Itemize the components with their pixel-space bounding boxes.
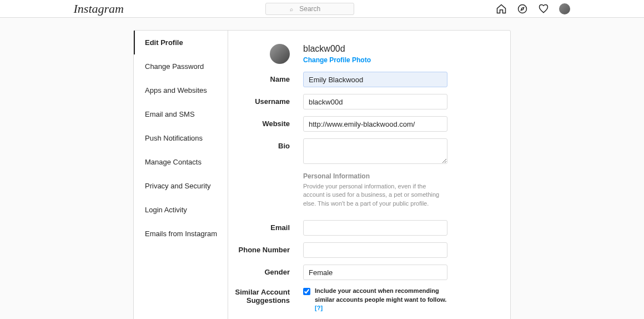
search-wrap: ⌕ — [265, 3, 354, 15]
phone-input[interactable] — [303, 242, 447, 258]
change-profile-photo-link[interactable]: Change Profile Photo — [303, 56, 371, 64]
similar-help-link[interactable]: [?] — [315, 305, 323, 311]
sidebar-item-apps-websites[interactable]: Apps and Websites — [134, 78, 228, 102]
svg-point-0 — [519, 4, 527, 13]
username-input[interactable] — [303, 94, 447, 109]
similar-label: Similar Account Suggestions — [228, 287, 303, 305]
similar-accounts-checkbox[interactable] — [303, 288, 310, 295]
sidebar-item-email-sms[interactable]: Email and SMS — [134, 102, 228, 126]
sidebar-item-change-password[interactable]: Change Password — [134, 54, 228, 78]
name-input[interactable] — [303, 72, 447, 87]
sidebar-item-login-activity[interactable]: Login Activity — [134, 198, 228, 222]
bio-textarea[interactable] — [303, 138, 447, 164]
search-input[interactable] — [265, 3, 354, 15]
sidebar-item-manage-contacts[interactable]: Manage Contacts — [134, 150, 228, 174]
email-label: Email — [228, 220, 303, 232]
gender-input[interactable] — [303, 265, 447, 280]
email-input[interactable] — [303, 220, 447, 236]
explore-icon[interactable] — [517, 3, 528, 14]
home-icon[interactable] — [496, 3, 507, 14]
nav-icons — [496, 3, 570, 14]
personal-info-heading: Personal Information — [303, 172, 486, 180]
personal-info-description: Provide your personal information, even … — [303, 182, 447, 208]
website-input[interactable] — [303, 116, 447, 132]
sidebar-item-emails-instagram[interactable]: Emails from Instagram — [134, 222, 228, 246]
settings-sidebar: Edit Profile Change Password Apps and We… — [134, 31, 228, 319]
sidebar-item-privacy-security[interactable]: Privacy and Security — [134, 174, 228, 198]
similar-accounts-checkbox-label: Include your account when recommending s… — [315, 287, 447, 312]
heart-icon[interactable] — [538, 3, 549, 14]
website-label: Website — [228, 116, 303, 128]
profile-avatar[interactable] — [270, 44, 290, 64]
sidebar-item-push-notifications[interactable]: Push Notifications — [134, 126, 228, 150]
avatar[interactable] — [559, 3, 570, 14]
name-label: Name — [228, 72, 303, 83]
instagram-logo[interactable]: Instagram — [74, 2, 124, 16]
sidebar-item-edit-profile[interactable]: Edit Profile — [134, 31, 228, 54]
phone-label: Phone Number — [228, 242, 303, 254]
gender-label: Gender — [228, 265, 303, 276]
edit-profile-form: blackw00d Change Profile Photo Name User… — [228, 31, 510, 319]
settings-container: Edit Profile Change Password Apps and We… — [133, 30, 511, 319]
profile-username-heading: blackw00d — [303, 44, 371, 54]
username-label: Username — [228, 94, 303, 106]
bio-label: Bio — [228, 138, 303, 150]
top-nav: Instagram ⌕ — [0, 0, 644, 18]
